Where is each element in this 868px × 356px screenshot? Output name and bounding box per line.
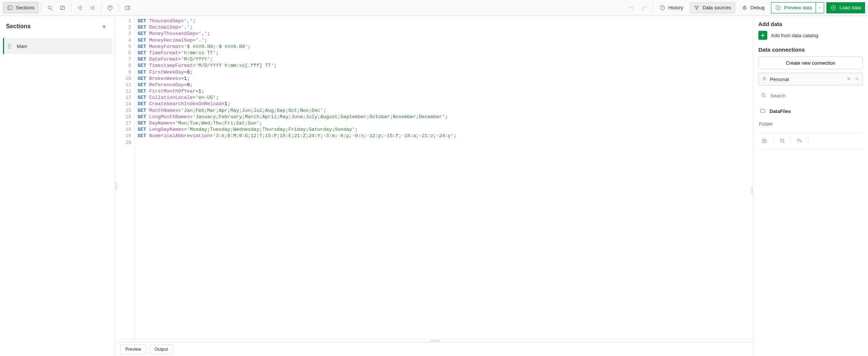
code-line[interactable]: SET FirstMonthOfYear=1; [138,88,753,94]
svg-point-43 [780,139,784,140]
svg-rect-14 [125,6,130,9]
code-line[interactable]: SET TimestampFormat='M/D/YYYY h:mm:ss[.f… [138,62,753,69]
plus-square-icon: + [758,31,767,40]
move-icon [797,138,803,144]
tab-preview[interactable]: Preview [120,344,146,354]
code-line[interactable]: SET MoneyThousandSep=','; [138,30,753,37]
svg-marker-32 [833,7,835,9]
preview-data-button[interactable]: Preview data [771,2,816,13]
divider [791,136,791,143]
select-data-button[interactable] [758,136,771,146]
preview-icon [775,5,781,11]
search-icon [761,92,767,99]
svg-line-37 [765,96,766,97]
code-line[interactable]: SET DateFormat='M/D/YYYY'; [138,56,753,62]
panel-right-icon [125,5,130,11]
right-splitter[interactable] [751,186,753,195]
add-data-title: Add data [758,21,863,27]
code-line[interactable]: SET LongMonthNames='January;February;Mar… [138,114,753,120]
code-line[interactable]: SET TimeFormat='h:mm:ss TT'; [138,50,753,56]
load-data-button[interactable]: Load data [826,2,865,13]
create-connection-button[interactable]: Create new connection [758,56,863,69]
datafiles-label: DataFiles [769,109,791,114]
code-line[interactable]: SET ThousandSep=','; [138,18,753,24]
drag-handle-icon[interactable] [8,44,12,49]
code-line[interactable]: SET CollationLocale='en-US'; [138,94,753,101]
history-label: History [668,5,683,10]
svg-point-46 [797,139,800,140]
svg-line-5 [61,6,63,9]
divider [101,4,101,12]
section-item[interactable]: Main [3,38,112,54]
history-icon [659,5,665,11]
add-from-catalog-label: Add from data catalog [771,33,818,38]
debug-label: Debug [751,5,765,10]
divider [808,136,809,143]
svg-line-20 [697,7,698,8]
code-line[interactable]: SET ReferenceDay=0; [138,82,753,88]
code-line[interactable]: SET LongDayNames='Monday;Tuesday;Wednesd… [138,126,753,133]
svg-marker-30 [778,7,779,9]
outdent-button[interactable] [86,2,99,13]
folder-caption: Folder [758,120,863,129]
svg-line-28 [743,9,743,9]
code-line[interactable]: SET NumericalAbbreviation='3:k;6:M;9:G;1… [138,133,753,139]
divider [41,4,41,12]
sections-toggle-label: Sections [16,5,35,10]
preview-label: Preview data [784,5,812,10]
add-section-button[interactable]: ＋ [99,22,109,31]
code-content[interactable]: SET ThousandSep=',';SET DecimalSep='.';S… [135,16,753,339]
user-icon [762,76,767,82]
horizontal-splitter[interactable] [117,339,753,342]
code-line[interactable]: SET MoneyDecimalSep='.'; [138,37,753,43]
top-toolbar: Sections [0,0,868,16]
help-button[interactable] [104,2,116,13]
clear-icon[interactable] [846,76,851,82]
code-line[interactable]: SET DecimalSep='.'; [138,24,753,30]
sections-panel: Sections ＋ Main [0,16,115,356]
data-panel: Add data + Add from data catalog Data co… [753,16,868,356]
code-line[interactable]: SET MonthNames='Jan;Feb;Mar;Apr;May;Jun;… [138,107,753,114]
plus-icon: ＋ [101,22,107,31]
editor-area: 1234567891011121314151617181920 SET Thou… [117,16,753,356]
code-editor[interactable]: 1234567891011121314151617181920 SET Thou… [117,16,753,339]
history-button[interactable]: History [655,2,687,13]
comment-toggle-button[interactable] [56,2,69,13]
datafiles-item[interactable]: DataFiles [758,106,863,117]
indent-icon [77,5,83,11]
svg-point-18 [696,8,697,9]
indent-button[interactable] [74,2,86,13]
outdent-icon [90,5,96,11]
panel-right-button[interactable] [121,2,134,13]
redo-button[interactable] [638,2,651,13]
code-line[interactable]: SET MoneyFormat='$ ###0.00;-$ ###0.00'; [138,43,753,50]
space-selector[interactable]: Personal [758,73,863,85]
comment-slash-icon [59,5,65,11]
search-button[interactable] [43,2,56,13]
undo-button[interactable] [625,2,638,13]
debug-button[interactable]: Debug [738,2,769,13]
move-connection-button[interactable] [793,136,806,146]
data-sources-icon [694,5,700,11]
sections-toggle-button[interactable]: Sections [3,2,39,13]
space-label: Personal [770,77,789,82]
svg-line-27 [745,7,746,7]
svg-rect-0 [8,6,12,10]
code-line[interactable] [138,139,753,146]
code-line[interactable]: SET DayNames='Mon;Tue;Wed;Thu;Fri;Sat;Su… [138,120,753,126]
code-line[interactable]: SET CreateSearchIndexOnReload=1; [138,101,753,107]
undo-icon [629,5,635,11]
insert-script-button[interactable] [776,136,788,146]
panel-left-icon [7,5,13,11]
data-connections-title: Data connections [758,46,863,53]
code-line[interactable]: SET BrokenWeeks=1; [138,75,753,82]
code-line[interactable]: SET FirstWeekDay=6; [138,69,753,75]
data-sources-button[interactable]: Data sources [690,2,735,13]
preview-dropdown-button[interactable] [816,2,824,13]
chevron-down-icon[interactable] [854,76,859,82]
tab-output[interactable]: Output [150,344,173,354]
connection-search[interactable] [758,89,863,102]
add-from-catalog-button[interactable]: + Add from data catalog [758,31,863,40]
bug-icon [742,5,748,11]
connection-search-input[interactable] [770,93,861,98]
